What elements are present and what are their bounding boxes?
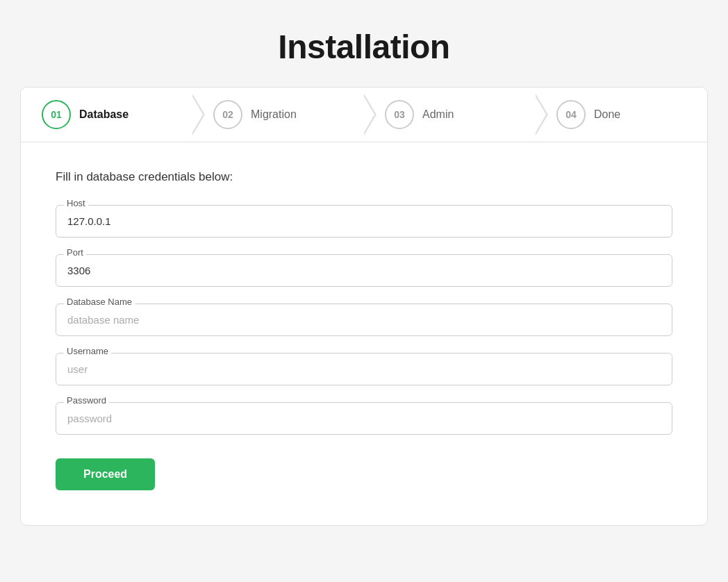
step-label-admin: Admin bbox=[422, 108, 454, 121]
username-label: Username bbox=[64, 346, 111, 356]
password-label: Password bbox=[64, 395, 109, 406]
password-input[interactable] bbox=[56, 402, 672, 435]
database-name-label: Database Name bbox=[64, 297, 135, 307]
port-field-group: Port bbox=[56, 254, 672, 287]
wizard-container: 01 Database 02 Migration 03 Admin 04 Don… bbox=[20, 87, 708, 526]
step-migration[interactable]: 02 Migration bbox=[192, 88, 364, 142]
step-label-database: Database bbox=[79, 108, 129, 121]
host-label: Host bbox=[64, 198, 88, 208]
step-database[interactable]: 01 Database bbox=[21, 88, 192, 142]
database-name-field-group: Database Name bbox=[56, 304, 672, 336]
database-name-input[interactable] bbox=[56, 304, 672, 336]
step-admin[interactable]: 03 Admin bbox=[364, 88, 536, 142]
step-done[interactable]: 04 Done bbox=[536, 88, 707, 142]
username-field-group: Username bbox=[56, 353, 672, 385]
form-description: Fill in database credentials below: bbox=[56, 170, 672, 184]
step-badge-03: 03 bbox=[385, 100, 414, 129]
steps-header: 01 Database 02 Migration 03 Admin 04 Don… bbox=[21, 88, 707, 142]
port-label: Port bbox=[64, 247, 86, 258]
host-field-group: Host bbox=[56, 205, 672, 238]
password-field-group: Password bbox=[56, 402, 672, 435]
page-title: Installation bbox=[278, 28, 449, 66]
proceed-button[interactable]: Proceed bbox=[56, 458, 155, 490]
host-input[interactable] bbox=[56, 205, 672, 238]
form-body: Fill in database credentials below: Host… bbox=[21, 142, 707, 525]
step-label-done: Done bbox=[594, 108, 620, 121]
step-badge-02: 02 bbox=[213, 100, 242, 129]
port-input[interactable] bbox=[56, 254, 672, 287]
step-label-migration: Migration bbox=[251, 108, 297, 121]
step-badge-01: 01 bbox=[42, 100, 71, 129]
step-badge-04: 04 bbox=[556, 100, 586, 129]
username-input[interactable] bbox=[56, 353, 672, 385]
